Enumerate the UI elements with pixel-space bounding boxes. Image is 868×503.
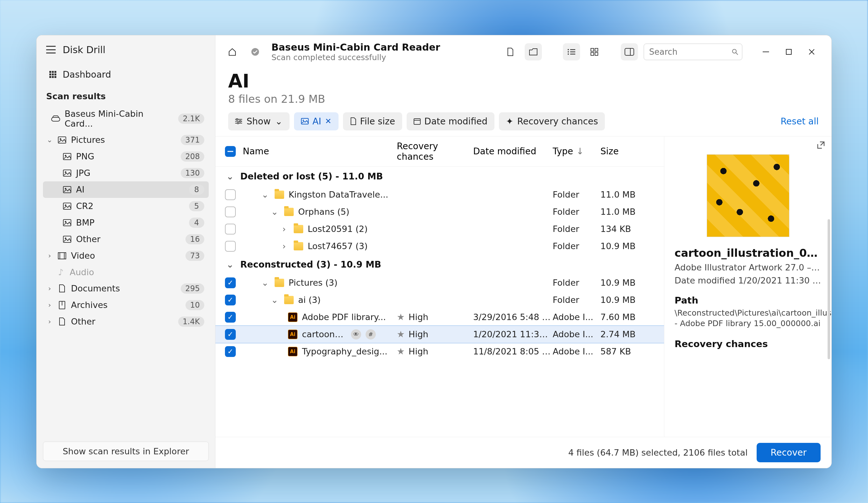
- sidebar-archives-label: Archives: [71, 300, 107, 310]
- filter-ai-chip[interactable]: AI ✕: [294, 112, 339, 131]
- chevron-right-icon[interactable]: ›: [46, 301, 53, 309]
- row-checkbox[interactable]: ✓: [225, 312, 236, 322]
- row-checkbox[interactable]: [225, 241, 236, 252]
- row-checkbox[interactable]: [225, 224, 236, 235]
- group-deleted[interactable]: ⌄ Deleted or lost (5) - 11.0 MB: [215, 167, 664, 186]
- preview-icon[interactable]: 👁: [351, 329, 361, 339]
- row-type: Adobe I...: [553, 312, 600, 322]
- table-row[interactable]: ✓ ⌄ai (3) Folder 10.9 MB: [215, 291, 664, 309]
- sidebar-cr2-label: CR2: [76, 201, 94, 211]
- row-checkbox[interactable]: [225, 206, 236, 217]
- chevron-down-icon[interactable]: ⌄: [260, 189, 270, 199]
- chevron-down-icon[interactable]: ⌄: [260, 278, 270, 288]
- table-row[interactable]: ›Lost74657 (3) Folder 10.9 MB: [215, 238, 664, 255]
- sidebar-png[interactable]: PNG 208: [43, 148, 209, 165]
- select-all-checkbox[interactable]: [225, 146, 236, 157]
- column-recovery[interactable]: Recovery chances: [397, 141, 473, 162]
- chevron-right-icon[interactable]: ›: [46, 252, 53, 260]
- recover-button[interactable]: Recover: [757, 443, 820, 462]
- maximize-button[interactable]: [777, 44, 800, 60]
- table-row[interactable]: ›Lost20591 (2) Folder 134 KB: [215, 220, 664, 238]
- row-checkbox[interactable]: ✓: [225, 329, 236, 340]
- grid-view-button[interactable]: [586, 43, 603, 60]
- detail-recovery-header: Recovery chances: [674, 339, 821, 349]
- table-row[interactable]: ✓ Aicartoon_... 👁 # ★High 1/20/2021 11:3…: [215, 326, 664, 343]
- sidebar-documents[interactable]: › Documents 295: [43, 280, 209, 297]
- chevron-right-icon[interactable]: ›: [279, 241, 289, 251]
- show-in-explorer-button[interactable]: Show scan results in Explorer: [43, 442, 209, 461]
- close-icon[interactable]: ✕: [325, 117, 331, 126]
- search-field[interactable]: [649, 47, 728, 57]
- table-row[interactable]: ⌄Orphans (5) Folder 11.0 MB: [215, 203, 664, 220]
- home-button[interactable]: [224, 43, 241, 60]
- column-date[interactable]: Date modified: [473, 146, 553, 156]
- sidebar-cr2[interactable]: CR2 5: [43, 198, 209, 214]
- row-recovery: High: [409, 329, 428, 339]
- ai-file-icon: Ai: [288, 330, 298, 339]
- filter-show-button[interactable]: Show ⌄: [228, 112, 290, 131]
- svg-point-46: [302, 120, 304, 121]
- sidebar-other-pics[interactable]: Other 16: [43, 231, 209, 247]
- sidebar-cr2-badge: 5: [189, 201, 204, 211]
- row-type: Folder: [553, 295, 600, 305]
- row-checkbox[interactable]: ✓: [225, 277, 236, 288]
- folder-view-button[interactable]: [525, 43, 542, 60]
- sidebar-video[interactable]: › Video 73: [43, 247, 209, 264]
- scan-status-icon: [247, 43, 264, 60]
- column-type[interactable]: Type↓: [553, 146, 600, 156]
- sidebar-ai[interactable]: AI 8: [43, 181, 209, 198]
- row-type: Folder: [553, 278, 600, 288]
- sidebar-device[interactable]: Baseus Mini-Cabin Card... 2.1K: [43, 106, 209, 132]
- reset-all-button[interactable]: Reset all: [781, 116, 819, 127]
- popout-icon[interactable]: [817, 141, 825, 149]
- minimize-button[interactable]: [754, 44, 777, 60]
- sidebar-audio[interactable]: ♪ Audio: [43, 264, 209, 280]
- row-type: Adobe I...: [553, 347, 600, 356]
- column-size[interactable]: Size: [600, 146, 654, 156]
- group-reconstructed[interactable]: ⌄ Reconstructed (3) - 10.9 MB: [215, 255, 664, 274]
- detail-pane: cartoon_illustration_01_v... Adobe Illus…: [664, 136, 831, 437]
- table-row[interactable]: ✓ AiAdobe PDF library... ★High 3/29/2016…: [215, 309, 664, 326]
- table-row[interactable]: ✓ ⌄Pictures (3) Folder 10.9 MB: [215, 274, 664, 291]
- chevron-down-icon[interactable]: ⌄: [46, 136, 53, 144]
- sidebar-other[interactable]: › Other 1.4K: [43, 314, 209, 330]
- sidebar-jpg-badge: 130: [181, 168, 204, 178]
- row-checkbox[interactable]: ✓: [225, 295, 236, 306]
- chevron-right-icon[interactable]: ›: [46, 285, 53, 292]
- sidebar-documents-badge: 295: [181, 284, 204, 294]
- search-input[interactable]: [644, 44, 742, 60]
- sidebar-pictures[interactable]: ⌄ Pictures 371: [43, 132, 209, 148]
- scrollbar[interactable]: [828, 219, 830, 359]
- row-checkbox[interactable]: [225, 189, 236, 200]
- toggle-detail-pane-button[interactable]: [621, 43, 638, 60]
- table-row[interactable]: ⌄Kingston DataTravele... Folder 11.0 MB: [215, 186, 664, 203]
- chevron-right-icon[interactable]: ›: [46, 318, 53, 326]
- list-view-button[interactable]: [563, 43, 580, 60]
- chevron-down-icon[interactable]: ⌄: [269, 295, 280, 305]
- sidebar-other-label: Other: [71, 317, 95, 326]
- sidebar-bmp[interactable]: BMP 4: [43, 214, 209, 231]
- menu-icon[interactable]: [46, 46, 56, 53]
- page-title: AI: [228, 70, 819, 92]
- chevron-right-icon[interactable]: ›: [279, 224, 289, 234]
- chevron-down-icon[interactable]: ⌄: [225, 171, 235, 182]
- chevron-down-icon[interactable]: ⌄: [225, 259, 235, 270]
- chevron-down-icon[interactable]: ⌄: [269, 207, 280, 217]
- sidebar-jpg[interactable]: JPG 130: [43, 165, 209, 181]
- svg-rect-17: [64, 253, 66, 259]
- close-button[interactable]: [800, 44, 823, 60]
- detail-path-header: Path: [674, 295, 821, 306]
- svg-rect-31: [625, 48, 634, 55]
- hex-view-icon[interactable]: #: [365, 329, 376, 339]
- file-view-button[interactable]: [502, 43, 519, 60]
- filter-date-modified[interactable]: Date modified: [407, 112, 495, 131]
- sidebar-archives[interactable]: › Archives 10: [43, 297, 209, 314]
- filter-file-size[interactable]: File size: [343, 112, 402, 131]
- sidebar-dashboard[interactable]: Dashboard: [43, 64, 209, 85]
- footer: 4 files (64.7 MB) selected, 2106 files t…: [215, 437, 831, 468]
- column-name[interactable]: Name: [243, 146, 397, 156]
- row-checkbox[interactable]: ✓: [225, 346, 236, 357]
- table-row[interactable]: ✓ AiTypography_desig... ★High 11/8/2021 …: [215, 343, 664, 360]
- filter-icon: [235, 119, 242, 124]
- filter-recovery-chances[interactable]: ✦ Recovery chances: [499, 112, 605, 131]
